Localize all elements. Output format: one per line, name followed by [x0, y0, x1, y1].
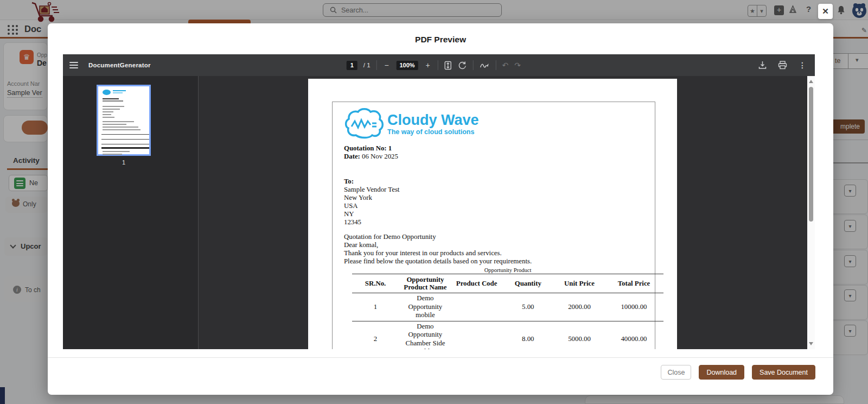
- modal-title: PDF Preview: [48, 23, 833, 45]
- zoom-in-button[interactable]: +: [424, 61, 432, 70]
- rotate-page-icon[interactable]: [458, 61, 467, 70]
- page-number-input[interactable]: 1: [347, 61, 358, 70]
- recipient-line: 12345: [344, 218, 645, 226]
- more-options-kebab-icon[interactable]: ⋮: [799, 61, 806, 70]
- brand-name: Cloudy Wave: [387, 112, 479, 128]
- intro-line: Thank you for your interest in our produ…: [344, 249, 645, 257]
- download-button[interactable]: Download: [699, 365, 744, 380]
- recipient-line: New York: [344, 194, 645, 202]
- recipient-line: Sample Vendor Test: [344, 186, 645, 194]
- recipient-line: USA: [344, 202, 645, 210]
- cloud-wave-logo-icon: [344, 107, 385, 141]
- redo-icon[interactable]: ↷: [514, 61, 521, 70]
- quotation-date-line: Date: 06 Nov 2025: [344, 153, 645, 161]
- scrollbar-thumb[interactable]: [809, 87, 813, 222]
- pdf-viewer-toolbar: DocumentGenerator 1 / 1 − 100% +: [63, 54, 815, 76]
- table-header-row: SR.No. Opportunity Product Name Product …: [352, 274, 663, 293]
- quotation-number-line: Quotation No: 1: [344, 144, 645, 153]
- viewer-app-title: DocumentGenerator: [88, 62, 151, 68]
- intro-line: Dear komal,: [344, 241, 645, 249]
- fit-page-icon[interactable]: [444, 61, 452, 70]
- annotate-pen-icon[interactable]: [480, 61, 490, 70]
- close-icon: ✕: [822, 7, 829, 16]
- scrollbar-up-arrow[interactable]: [809, 80, 813, 83]
- pdf-page-area[interactable]: Cloudy Wave The way of cloud solutions Q…: [199, 76, 807, 349]
- save-document-button[interactable]: Save Document: [752, 365, 815, 380]
- thumbnail-page-number: 1: [97, 159, 151, 166]
- zoom-out-button[interactable]: −: [383, 61, 391, 70]
- recipient-line: NY: [344, 210, 645, 218]
- page-thumbnail[interactable]: [97, 85, 151, 156]
- opportunity-product-table: SR.No. Opportunity Product Name Product …: [352, 274, 663, 349]
- pdf-page: Cloudy Wave The way of cloud solutions Q…: [308, 79, 677, 349]
- undo-icon[interactable]: ↶: [502, 61, 509, 70]
- table-caption: Opportunity Product: [352, 267, 663, 273]
- pdf-viewer: DocumentGenerator 1 / 1 − 100% +: [63, 54, 815, 349]
- close-button[interactable]: Close: [661, 365, 691, 380]
- table-row: 2 Demo Opportunity Chamber Side Table 8.…: [352, 321, 663, 349]
- thumbnail-sidebar: 1: [63, 76, 199, 349]
- zoom-level-value[interactable]: 100%: [397, 61, 418, 70]
- sidebar-toggle-hamburger-icon[interactable]: [69, 62, 78, 68]
- scrollbar-down-arrow[interactable]: [809, 342, 813, 345]
- to-label: To:: [344, 178, 645, 186]
- modal-close-button[interactable]: ✕: [818, 4, 833, 19]
- modal-footer: Close Download Save Document: [48, 357, 833, 395]
- table-row: 1 Demo Opportunity mobile 5.00 2000.00 1…: [352, 293, 663, 321]
- pdf-preview-modal: PDF Preview DocumentGenerator 1 / 1 − 10…: [48, 23, 833, 395]
- download-icon[interactable]: [758, 61, 767, 70]
- print-icon[interactable]: [778, 61, 787, 70]
- brand-tagline: The way of cloud solutions: [387, 128, 479, 136]
- intro-line: Quotation for Demo Opportunity: [344, 233, 645, 241]
- company-logo: Cloudy Wave The way of cloud solutions: [344, 107, 645, 141]
- quotation-letter: Cloudy Wave The way of cloud solutions Q…: [332, 102, 655, 349]
- intro-line: Please find below the quotation details …: [344, 257, 645, 266]
- viewer-scrollbar[interactable]: [807, 76, 815, 349]
- page-total-label: / 1: [363, 62, 371, 68]
